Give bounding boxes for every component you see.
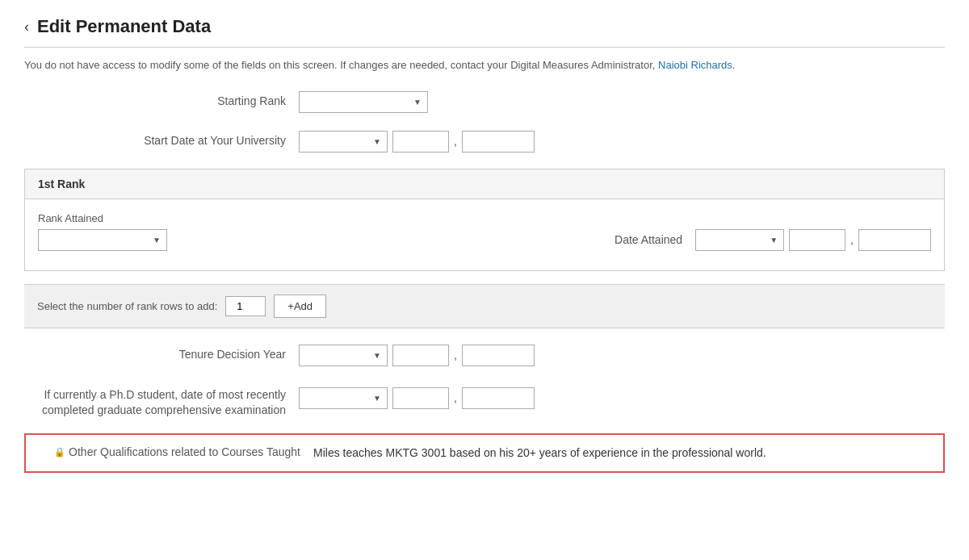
notice-bar: You do not have access to modify some of… [24,57,945,73]
starting-rank-row: Starting Rank [24,88,945,116]
phd-label: If currently a Ph.D student, date of mos… [24,384,299,419]
start-date-month-select[interactable] [299,131,388,153]
starting-rank-select-wrapper[interactable] [299,91,428,113]
tenure-day-input[interactable] [392,345,449,366]
date-attained-month-select[interactable] [695,229,784,251]
additional-section: Tenure Decision Year , If currently a Ph… [24,328,945,481]
tenure-label: Tenure Decision Year [24,347,299,363]
rank-attained-label: Rank Attained [38,212,931,224]
date-comma-2: , [850,233,854,246]
date-attained-day-input[interactable] [789,229,845,251]
rank-attained-left [38,229,615,251]
admin-link[interactable]: Naiobi Richards [658,59,732,71]
starting-rank-select[interactable] [299,91,428,113]
tenure-month-select[interactable] [299,345,388,366]
page-header: ‹ Edit Permanent Data [24,16,945,48]
page-title: Edit Permanent Data [37,16,211,37]
rank-section-header: 1st Rank [25,169,944,199]
date-attained-month-wrapper[interactable] [695,229,784,251]
start-date-year-input[interactable] [462,131,535,153]
page-container: ‹ Edit Permanent Data You do not have ac… [0,0,969,497]
start-date-day-input[interactable] [392,131,449,153]
start-date-row: Start Date at Your University , [24,127,945,156]
starting-rank-section: Starting Rank Start Date at Your Univers… [24,88,945,156]
notice-period: . [732,59,736,71]
phd-comma: , [454,391,457,404]
tenure-row: Tenure Decision Year , [24,341,945,370]
rank-attained-select[interactable] [38,229,167,251]
phd-month-select[interactable] [299,387,388,409]
date-attained-year-input[interactable] [858,229,931,251]
tenure-comma: , [454,349,457,361]
lock-icon: 🔒 [54,446,65,458]
back-arrow[interactable]: ‹ [24,19,29,36]
add-rows-section: Select the number of rank rows to add: +… [24,284,945,328]
qualifications-text: Miles teaches MKTG 3001 based on his 20+… [313,445,930,462]
phd-month-wrapper[interactable] [299,387,388,409]
rank-attained-select-wrapper[interactable] [38,229,167,251]
phd-day-input[interactable] [392,387,449,409]
phd-row: If currently a Ph.D student, date of mos… [24,381,945,422]
start-date-month-wrapper[interactable] [299,131,388,153]
add-rows-number-input[interactable] [225,296,266,316]
start-date-controls: , [299,131,535,153]
notice-text: You do not have access to modify some of… [24,59,655,71]
tenure-year-input[interactable] [462,345,535,366]
rank-attained-row: Date Attained , [38,229,931,251]
rank-section: 1st Rank Rank Attained Date Attained [24,169,945,271]
date-attained-label: Date Attained [615,233,682,246]
qualifications-row: 🔒 Other Qualifications related to Course… [24,433,945,473]
phd-controls: , [299,384,535,409]
rank-section-body: Rank Attained Date Attained [25,199,944,270]
starting-rank-controls [299,91,428,113]
starting-rank-label: Starting Rank [24,94,299,110]
rank-attained-right: Date Attained , [615,229,931,251]
start-date-label: Start Date at Your University [24,133,299,149]
add-rows-label: Select the number of rank rows to add: [37,300,217,312]
qualifications-label: 🔒 Other Qualifications related to Course… [39,445,313,461]
tenure-controls: , [299,345,535,366]
phd-year-input[interactable] [462,387,535,409]
add-button[interactable]: +Add [274,295,326,318]
date-comma-1: , [454,135,457,148]
tenure-month-wrapper[interactable] [299,345,388,366]
